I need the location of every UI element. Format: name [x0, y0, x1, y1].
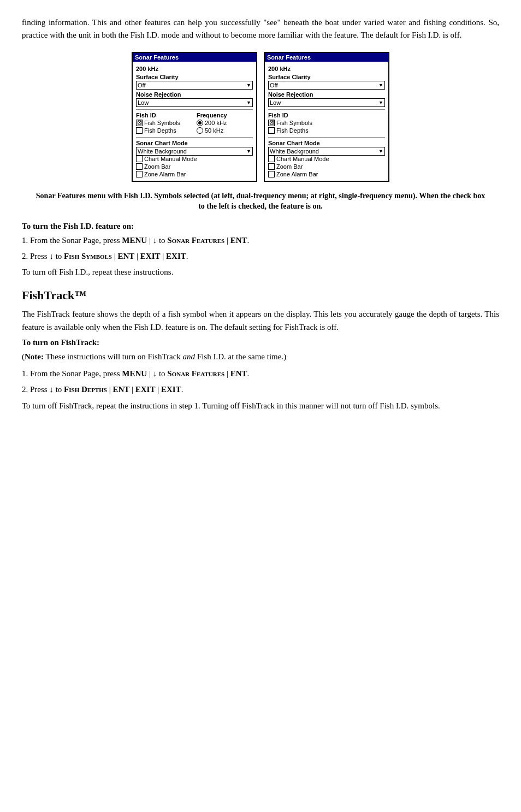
right-zoom-bar-label: Zoom Bar — [276, 163, 303, 170]
left-freq-50-label: 50 kHz — [205, 127, 223, 134]
fish-id-step2-exit1: EXIT — [140, 252, 161, 260]
left-fish-symbols-row[interactable]: ☒ Fish Symbols — [136, 120, 192, 126]
panels-caption: Sonar Features menu with Fish I.D. Symbo… — [22, 191, 499, 212]
fishtrack-step2-fish-depths: Fish Depths — [64, 385, 107, 394]
left-freq-200-row[interactable]: 200 kHz — [197, 120, 253, 126]
fishtrack-step1-arrow: ↓ — [153, 369, 157, 378]
intro-paragraph: finding information. This and other feat… — [22, 16, 499, 42]
fishtrack-turn-off: To turn off FishTrack, repeat the instru… — [22, 400, 499, 412]
right-noise-rejection-value: Low — [270, 99, 281, 106]
right-sonar-chart-label: Sonar Chart Mode — [268, 140, 385, 146]
right-surface-clarity-value: Off — [270, 82, 277, 88]
right-fish-depths-checkbox[interactable] — [268, 127, 275, 134]
right-sonar-panel: Sonar Features 200 kHz Surface Clarity O… — [264, 52, 389, 182]
left-chart-manual-label: Chart Manual Mode — [144, 156, 197, 162]
fishtrack-step1: 1. From the Sonar Page, press MENU | ↓ t… — [22, 368, 499, 380]
fishtrack-step2-exit1: EXIT — [135, 385, 156, 394]
fishtrack-step1-to: to — [159, 369, 167, 378]
fishtrack-note-label: Note: — [25, 352, 44, 361]
left-zone-alarm-label: Zone Alarm Bar — [144, 171, 186, 177]
fish-id-step2-pipe2: | — [137, 252, 140, 260]
fishtrack-step2-text: 2. Press — [22, 385, 48, 394]
right-zone-alarm-row[interactable]: Zone Alarm Bar — [268, 171, 385, 177]
fish-id-step1-ent: ENT — [230, 236, 247, 245]
left-panel-body: 200 kHz Surface Clarity Off ▼ Noise Reje… — [133, 62, 256, 181]
fishtrack-step1-pipe1: | — [147, 369, 153, 378]
left-divider2 — [136, 137, 253, 138]
left-zone-alarm-checkbox[interactable] — [136, 171, 143, 177]
fish-id-step2-period: . — [186, 252, 188, 260]
fishtrack-step2-period: . — [181, 385, 183, 394]
fishtrack-section: FishTrack™ The FishTrack feature shows t… — [22, 288, 499, 412]
right-chart-manual-row[interactable]: Chart Manual Mode — [268, 156, 385, 162]
right-noise-rejection-arrow: ▼ — [378, 100, 383, 105]
left-zoom-bar-row[interactable]: Zoom Bar — [136, 163, 253, 170]
fishtrack-note-text: These instructions will turn on FishTrac… — [45, 352, 182, 361]
right-fish-symbols-checkbox[interactable]: ☒ — [268, 120, 275, 126]
fishtrack-step1-menu: MENU — [122, 369, 147, 378]
fishtrack-step2-pipe3: | — [157, 385, 161, 394]
right-fish-symbols-row[interactable]: ☒ Fish Symbols — [268, 120, 385, 126]
fishtrack-note-and: and — [183, 352, 196, 361]
left-noise-rejection-value: Low — [138, 99, 149, 106]
right-divider1 — [268, 109, 385, 110]
right-zoom-bar-checkbox[interactable] — [268, 163, 275, 170]
fish-id-step1-text: 1. From the Sonar Page, press — [22, 236, 120, 245]
right-chart-manual-checkbox[interactable] — [268, 156, 275, 162]
left-surface-clarity-value: Off — [138, 82, 145, 88]
fishtrack-step1-pipe2: | — [224, 369, 230, 378]
right-surface-clarity-arrow: ▼ — [378, 82, 383, 88]
left-chart-manual-checkbox[interactable] — [136, 156, 143, 162]
left-fish-depths-label: Fish Depths — [144, 127, 176, 134]
left-sonar-chart-label: Sonar Chart Mode — [136, 140, 253, 146]
left-fish-symbols-checkbox[interactable]: ☒ — [136, 120, 143, 126]
fish-id-step2-pipe1: | — [114, 252, 118, 260]
left-fish-depths-row[interactable]: Fish Depths — [136, 127, 192, 134]
right-sonar-chart-value: White Background — [270, 148, 319, 155]
left-freq-50-row[interactable]: 50 kHz — [197, 127, 253, 134]
right-sonar-chart-dropdown[interactable]: White Background ▼ — [268, 147, 385, 156]
fishtrack-step2-arrow: ↓ — [49, 385, 54, 394]
right-zone-alarm-label: Zone Alarm Bar — [276, 171, 318, 177]
fish-id-step2: 2. Press ↓ to Fish Symbols | ENT | EXIT … — [22, 250, 499, 263]
left-sonar-chart-dropdown[interactable]: White Background ▼ — [136, 147, 253, 156]
left-fish-id-col: Fish ID ☒ Fish Symbols Fish Depths — [136, 112, 192, 135]
fish-id-step1-arrow: ↓ — [153, 236, 157, 245]
left-freq-200-radio[interactable] — [197, 120, 203, 126]
right-zoom-bar-row[interactable]: Zoom Bar — [268, 163, 385, 170]
right-zone-alarm-checkbox[interactable] — [268, 171, 275, 177]
right-chart-manual-label: Chart Manual Mode — [276, 156, 329, 162]
fishtrack-step2-ent: ENT — [113, 385, 129, 394]
left-freq-50-radio[interactable] — [197, 127, 203, 134]
fish-id-instructions: To turn the Fish I.D. feature on: 1. Fro… — [22, 222, 499, 279]
right-sonar-chart-arrow: ▼ — [378, 149, 383, 154]
fish-id-step2-text: 2. Press — [22, 252, 48, 260]
left-sonar-panel: Sonar Features 200 kHz Surface Clarity O… — [132, 52, 257, 182]
left-surface-clarity-dropdown[interactable]: Off ▼ — [136, 81, 253, 90]
fishtrack-step2-to: to — [56, 385, 64, 394]
left-sonar-chart-section: Sonar Chart Mode White Background ▼ Char… — [136, 140, 253, 177]
fish-id-step1-period: . — [247, 236, 249, 245]
left-chart-manual-row[interactable]: Chart Manual Mode — [136, 156, 253, 162]
fish-id-step2-arrow: ↓ — [49, 252, 54, 260]
fishtrack-step1-period: . — [247, 369, 249, 378]
left-noise-rejection-dropdown[interactable]: Low ▼ — [136, 98, 253, 107]
fish-id-turn-off: To turn off Fish I.D., repeat these inst… — [22, 266, 499, 278]
right-noise-rejection-dropdown[interactable]: Low ▼ — [268, 98, 385, 107]
left-frequency-label: Frequency — [197, 112, 253, 118]
left-noise-rejection-label: Noise Rejection — [136, 91, 253, 98]
panels-container: Sonar Features 200 kHz Surface Clarity O… — [22, 52, 499, 182]
right-freq-label: 200 kHz — [268, 66, 385, 72]
right-panel-title: Sonar Features — [265, 53, 388, 62]
fish-id-step2-ent: ENT — [118, 252, 135, 260]
left-fish-depths-checkbox[interactable] — [136, 127, 143, 134]
fishtrack-step1-text: 1. From the Sonar Page, press — [22, 369, 120, 378]
left-zoom-bar-checkbox[interactable] — [136, 163, 143, 170]
left-zone-alarm-row[interactable]: Zone Alarm Bar — [136, 171, 253, 177]
left-freq-200-label: 200 kHz — [205, 120, 227, 126]
right-surface-clarity-dropdown[interactable]: Off ▼ — [268, 81, 385, 90]
fishtrack-step2-exit2: EXIT — [161, 385, 181, 394]
left-surface-clarity-arrow: ▼ — [246, 82, 251, 88]
right-fish-depths-row[interactable]: Fish Depths — [268, 127, 385, 134]
fish-id-step1: 1. From the Sonar Page, press MENU | ↓ t… — [22, 234, 499, 247]
